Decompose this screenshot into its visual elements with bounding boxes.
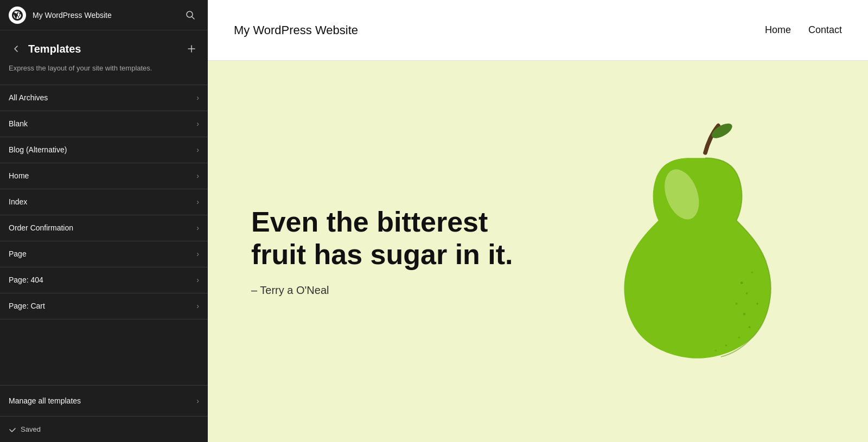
topbar: My WordPress Website xyxy=(0,0,208,30)
svg-point-11 xyxy=(725,344,727,346)
search-icon xyxy=(186,10,195,20)
site-brand: My WordPress Website xyxy=(234,23,765,37)
manage-label: Manage all templates xyxy=(9,396,196,405)
manage-section: Manage all templates › xyxy=(0,385,208,416)
chevron-right-icon: › xyxy=(196,197,199,206)
sidebar: My WordPress Website Templates Express t… xyxy=(0,0,208,442)
status-text: Saved xyxy=(21,425,41,433)
sidebar-item-page-cart[interactable]: Page: Cart › xyxy=(0,293,208,319)
template-item-label: All Archives xyxy=(9,93,196,102)
template-item-label: Page: Cart xyxy=(9,302,196,310)
add-template-button[interactable] xyxy=(184,41,199,56)
wp-logo xyxy=(9,7,26,24)
template-item-label: Blog (Alternative) xyxy=(9,145,196,154)
svg-point-5 xyxy=(736,303,738,305)
wp-logo-icon xyxy=(12,10,23,21)
chevron-right-icon: › xyxy=(196,171,199,180)
chevron-right-icon: › xyxy=(196,93,199,102)
sidebar-item-order-confirmation[interactable]: Order Confirmation › xyxy=(0,215,208,241)
chevron-right-icon: › xyxy=(196,396,199,405)
template-item-label: Blank xyxy=(9,119,196,128)
template-item-label: Index xyxy=(9,197,196,206)
chevron-right-icon: › xyxy=(196,302,199,310)
panel-header: Templates xyxy=(0,30,208,63)
status-bar: Saved xyxy=(0,416,208,442)
sidebar-item-index[interactable]: Index › xyxy=(0,189,208,215)
template-item-label: Page xyxy=(9,249,196,258)
template-item-label: Home xyxy=(9,171,196,180)
add-icon xyxy=(187,44,196,53)
sidebar-item-home[interactable]: Home › xyxy=(0,163,208,189)
site-nav: Home Contact xyxy=(765,24,842,36)
hero-section: Even the bitterest fruit has sugar in it… xyxy=(208,61,868,442)
back-arrow-icon xyxy=(12,44,21,53)
nav-link-contact[interactable]: Contact xyxy=(808,24,842,36)
manage-all-templates-button[interactable]: Manage all templates › xyxy=(0,386,208,416)
svg-point-0 xyxy=(187,11,193,17)
panel-description: Express the layout of your site with tem… xyxy=(0,63,208,85)
sidebar-item-all-archives[interactable]: All Archives › xyxy=(0,85,208,111)
template-list: All Archives › Blank › Blog (Alternative… xyxy=(0,85,208,386)
template-item-label: Order Confirmation xyxy=(9,223,196,232)
chevron-right-icon: › xyxy=(196,276,199,284)
hero-author: – Terry a O'Neal xyxy=(251,284,825,297)
hero-quote: Even the bitterest fruit has sugar in it… xyxy=(251,206,533,271)
svg-point-12 xyxy=(714,349,717,351)
sidebar-item-page-404[interactable]: Page: 404 › xyxy=(0,267,208,293)
svg-point-10 xyxy=(738,336,740,338)
chevron-right-icon: › xyxy=(196,223,199,232)
chevron-right-icon: › xyxy=(196,119,199,128)
site-name: My WordPress Website xyxy=(33,11,175,20)
check-icon xyxy=(9,426,16,433)
back-button[interactable] xyxy=(9,41,24,56)
search-button[interactable] xyxy=(182,7,199,24)
nav-link-home[interactable]: Home xyxy=(765,24,791,36)
chevron-right-icon: › xyxy=(196,249,199,258)
sidebar-item-page[interactable]: Page › xyxy=(0,241,208,267)
svg-point-7 xyxy=(756,303,758,305)
sidebar-item-blog-alternative[interactable]: Blog (Alternative) › xyxy=(0,137,208,163)
svg-point-8 xyxy=(743,312,746,315)
hero-text: Even the bitterest fruit has sugar in it… xyxy=(251,206,825,297)
site-navbar: My WordPress Website Home Contact xyxy=(208,0,868,61)
sidebar-item-blank[interactable]: Blank › xyxy=(0,111,208,137)
svg-point-9 xyxy=(749,326,751,328)
template-item-label: Page: 404 xyxy=(9,276,196,284)
panel-title: Templates xyxy=(28,43,180,55)
chevron-right-icon: › xyxy=(196,145,199,154)
main-content: My WordPress Website Home Contact Even t… xyxy=(208,0,868,442)
